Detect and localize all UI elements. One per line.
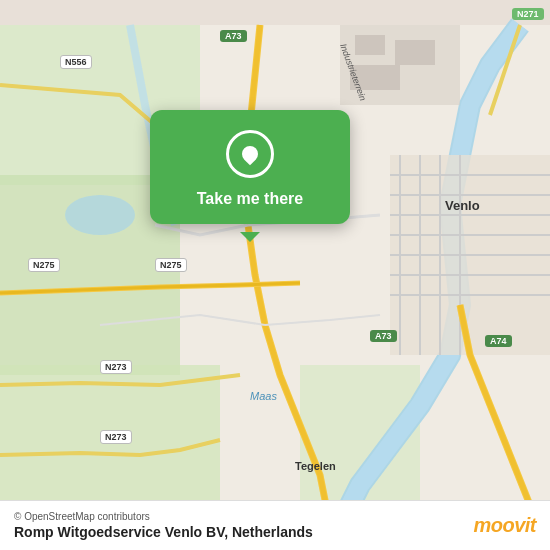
svg-point-22 xyxy=(65,195,135,235)
road-label-n556: N556 xyxy=(60,55,92,69)
city-label-venlo: Venlo xyxy=(445,198,480,213)
road-label-n273-2: N273 xyxy=(100,430,132,444)
location-name: Romp Witgoedservice Venlo BV, Netherland… xyxy=(14,524,313,540)
take-me-there-popup[interactable]: Take me there xyxy=(150,110,350,224)
svg-rect-19 xyxy=(395,40,435,65)
road-label-n271: N271 xyxy=(512,8,544,20)
city-label-tegelen: Tegelen xyxy=(295,460,336,472)
location-pin-inner xyxy=(239,143,262,166)
road-label-a73-bot: A73 xyxy=(370,330,397,342)
osm-attribution: © OpenStreetMap contributors xyxy=(14,511,313,522)
road-label-a73-top: A73 xyxy=(220,30,247,42)
svg-rect-18 xyxy=(355,35,385,55)
location-pin-icon xyxy=(226,130,274,178)
road-label-n273-1: N273 xyxy=(100,360,132,374)
moovit-text: moovit xyxy=(473,514,536,537)
map-container: Industrieterrein N271 N556 A73 A73 A73 A… xyxy=(0,0,550,550)
road-label-n275-left: N275 xyxy=(28,258,60,272)
bottom-info: © OpenStreetMap contributors Romp Witgoe… xyxy=(14,511,313,540)
take-me-there-button[interactable]: Take me there xyxy=(197,190,303,208)
moovit-logo: moovit xyxy=(473,514,536,537)
road-label-n275-right: N275 xyxy=(155,258,187,272)
water-label-maas: Maas xyxy=(250,390,277,402)
road-label-a74: A74 xyxy=(485,335,512,347)
bottom-bar: © OpenStreetMap contributors Romp Witgoe… xyxy=(0,500,550,550)
